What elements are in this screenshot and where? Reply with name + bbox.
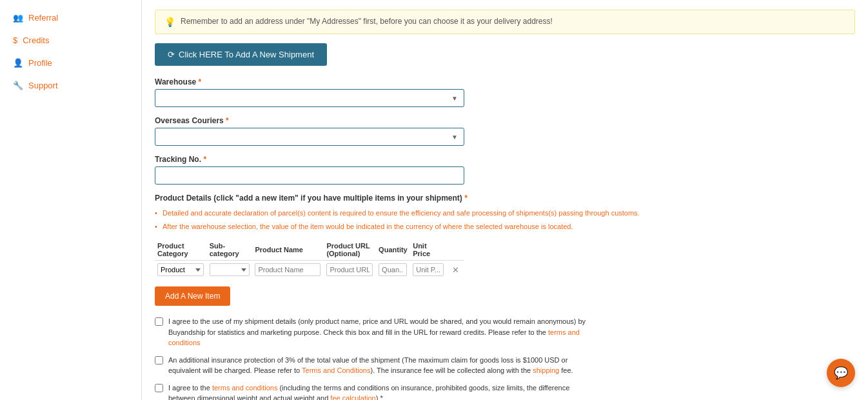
row-name: [252, 261, 324, 279]
checkbox-2[interactable]: [155, 356, 163, 365]
checkbox-1[interactable]: [155, 317, 163, 326]
warehouse-select[interactable]: [155, 89, 464, 107]
category-select[interactable]: Product: [157, 263, 204, 276]
bullet-1: Detailed and accurate declaration of par…: [155, 208, 855, 219]
product-bullets: Detailed and accurate declaration of par…: [155, 208, 855, 232]
support-icon: 🔧: [13, 81, 23, 90]
sidebar-label-credits: Credits: [23, 35, 49, 45]
info-banner-text: Remember to add an address under "My Add…: [181, 17, 553, 26]
terms-link-2[interactable]: Terms and Conditions: [302, 366, 370, 374]
col-header-name: Product Name: [252, 239, 324, 261]
overseas-couriers-group: Overseas Couriers *: [155, 116, 855, 146]
sidebar-item-credits[interactable]: $ Credits: [0, 29, 141, 52]
chat-icon: 💬: [834, 366, 848, 380]
tracking-no-group: Tracking No. *: [155, 155, 855, 185]
product-table: Product Category Sub-category Product Na…: [155, 239, 464, 279]
sidebar-label-referral: Referral: [28, 13, 58, 23]
overseas-couriers-select-wrapper: [155, 128, 464, 146]
sidebar-item-referral[interactable]: 👥 Referral: [0, 6, 141, 29]
refresh-icon: ⟳: [168, 50, 175, 59]
checkbox-group-2: An additional insurance protection of 3%…: [155, 355, 593, 376]
product-details-title: Product Details (click "add a new item" …: [155, 194, 855, 203]
col-header-unit-price: Unit Price: [410, 239, 447, 261]
shipping-link[interactable]: shipping: [533, 366, 559, 374]
quantity-input[interactable]: [379, 263, 407, 276]
add-shipment-label: Click HERE To Add A New Shipment: [179, 50, 314, 59]
col-header-url: Product URL (Optional): [324, 239, 376, 261]
overseas-couriers-label: Overseas Couriers *: [155, 116, 855, 125]
sidebar: 👥 Referral $ Credits 👤 Profile 🔧 Support: [0, 0, 142, 400]
col-header-subcategory: Sub-category: [207, 239, 253, 261]
checkbox-label-2: An additional insurance protection of 3%…: [168, 355, 593, 376]
col-header-quantity: Quantity: [376, 239, 410, 261]
referral-icon: 👥: [13, 13, 23, 23]
checkbox-label-3: I agree to the terms and conditions (inc…: [168, 383, 593, 401]
sidebar-label-support: Support: [28, 81, 58, 90]
overseas-couriers-select[interactable]: [155, 128, 464, 146]
main-content: 💡 Remember to add an address under "My A…: [142, 0, 868, 400]
row-subcategory: [207, 261, 253, 279]
row-url: [324, 261, 376, 279]
col-header-category: Product Category: [155, 239, 207, 261]
terms-link-1[interactable]: terms and conditions: [168, 328, 580, 347]
credits-icon: $: [13, 35, 17, 45]
subcategory-select[interactable]: [210, 263, 250, 276]
product-url-input[interactable]: [326, 263, 373, 276]
checkbox-3[interactable]: [155, 384, 163, 392]
row-quantity: [376, 261, 410, 279]
add-item-label: Add A New Item: [165, 292, 220, 301]
add-item-button[interactable]: Add A New Item: [155, 286, 230, 306]
checkbox-group-3: I agree to the terms and conditions (inc…: [155, 383, 593, 401]
terms-link-3[interactable]: terms and conditions: [212, 384, 278, 392]
checkbox-group-1: I agree to the use of my shipment detail…: [155, 316, 593, 348]
table-row: Product: [155, 261, 464, 279]
unit-price-input[interactable]: [413, 263, 444, 276]
bullet-2: After the warehouse selection, the value…: [155, 221, 855, 232]
chat-button[interactable]: 💬: [827, 359, 855, 387]
warehouse-group: Warehouse *: [155, 77, 855, 107]
tracking-no-input[interactable]: [155, 166, 464, 185]
sidebar-item-profile[interactable]: 👤 Profile: [0, 52, 141, 74]
sidebar-item-support[interactable]: 🔧 Support: [0, 74, 141, 97]
warehouse-select-wrapper: [155, 89, 464, 107]
delete-row-button[interactable]: ✕: [449, 264, 462, 276]
row-delete: ✕: [447, 261, 464, 279]
fee-calculation-link[interactable]: fee calculation: [330, 394, 375, 400]
sidebar-label-profile: Profile: [28, 58, 52, 68]
bulb-icon: 💡: [164, 17, 175, 27]
checkbox-label-1: I agree to the use of my shipment detail…: [168, 316, 593, 348]
profile-icon: 👤: [13, 58, 23, 68]
row-unit-price: [410, 261, 447, 279]
info-banner: 💡 Remember to add an address under "My A…: [155, 10, 855, 34]
warehouse-label: Warehouse *: [155, 77, 855, 86]
tracking-no-label: Tracking No. *: [155, 155, 855, 164]
add-shipment-button[interactable]: ⟳ Click HERE To Add A New Shipment: [155, 43, 327, 66]
product-name-input[interactable]: [255, 263, 321, 276]
row-category: Product: [155, 261, 207, 279]
